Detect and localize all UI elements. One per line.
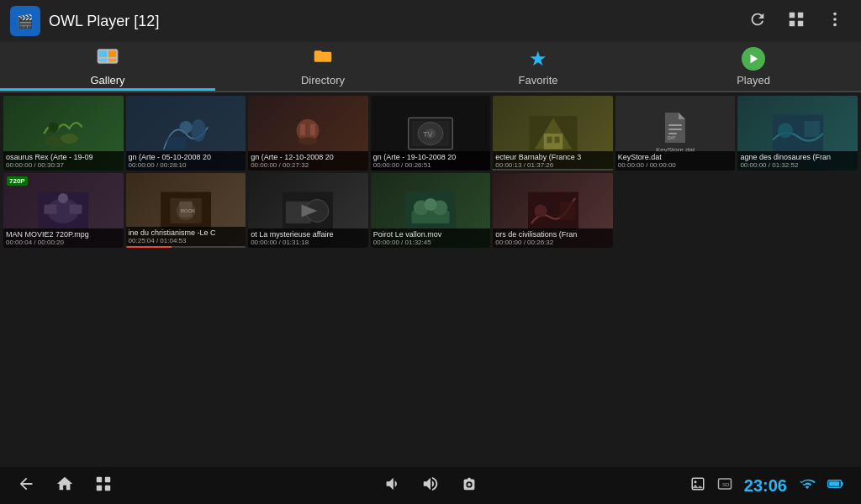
played-tab-label: Played (737, 74, 770, 87)
svg-text:SD: SD (722, 482, 730, 487)
directory-tab-icon (313, 47, 333, 71)
video-card-1[interactable]: osaurus Rex (Arte - 19-09 00:00:00 / 00:… (3, 96, 124, 171)
refresh-button[interactable] (742, 7, 774, 36)
svg-rect-29 (668, 124, 682, 126)
svg-rect-66 (841, 481, 843, 485)
gallery-tab-label: Gallery (90, 74, 124, 87)
svg-rect-16 (300, 123, 305, 135)
svg-point-14 (179, 121, 192, 134)
notification-badge: SD (717, 476, 732, 496)
tab-played[interactable]: Played (646, 42, 861, 91)
svg-rect-5 (108, 50, 116, 56)
image-notification-icon (690, 476, 705, 496)
bottom-bar: SD 23:06 (0, 467, 861, 504)
nav-right: SD 23:06 (478, 476, 844, 496)
video-time-12: 00:00:00 / 00:26:32 (495, 239, 610, 246)
svg-rect-26 (543, 134, 563, 150)
gallery-tab-icon (97, 47, 119, 71)
svg-point-61 (694, 480, 696, 483)
recents-button[interactable] (94, 475, 113, 497)
svg-text:BOOK: BOOK (181, 207, 195, 213)
svg-rect-17 (310, 123, 315, 135)
top-bar: 🎬 OWL Player [12] (0, 0, 861, 42)
svg-rect-4 (99, 50, 107, 56)
video-card-4[interactable]: TV gn (Arte - 19-10-2008 20 00:00:00 / 0… (371, 96, 491, 171)
video-title-4: gn (Arte - 19-10-2008 20 (373, 153, 489, 161)
battery-icon (827, 476, 844, 496)
video-title-12: ors de civilisations (Fran (495, 230, 610, 239)
svg-rect-30 (668, 129, 682, 130)
video-time-4: 00:00:00 / 00:26:51 (373, 161, 489, 169)
svg-rect-27 (547, 136, 552, 143)
video-title-5: ecteur Barnaby (France 3 (495, 153, 610, 161)
video-time-9: 00:25:04 / 01:04:53 (129, 237, 244, 244)
svg-rect-59 (105, 485, 110, 490)
home-button[interactable] (55, 475, 74, 497)
svg-rect-28 (554, 136, 559, 143)
svg-rect-55 (559, 201, 575, 220)
svg-point-39 (58, 193, 68, 203)
video-card-11[interactable]: Poirot Le vallon.mov 00:00:00 / 01:32:45 (371, 173, 491, 248)
video-card-8[interactable]: 720P MAN MOVIE2 720P.mpg 00:00:04 / 00:0… (3, 173, 124, 248)
video-card-7[interactable]: agne des dinosaures (Fran 00:00:00 / 01:… (737, 96, 858, 171)
nav-left (17, 475, 383, 497)
app-title: OWL Player [12] (49, 13, 733, 30)
nav-center (383, 475, 478, 497)
svg-point-12 (191, 118, 206, 141)
svg-rect-56 (97, 476, 102, 481)
screenshot-button[interactable] (460, 475, 478, 497)
video-title-3: gn (Arte - 12-10-2008 20 (251, 153, 366, 161)
svg-rect-7 (108, 58, 116, 61)
tab-favorite[interactable]: ★ Favorite (430, 42, 646, 91)
video-card-6[interactable]: DAT KeyStore.dat KeyStore.dat 00:00:00 /… (615, 96, 736, 171)
video-title-8: MAN MOVIE2 720P.mpg (6, 230, 121, 239)
video-card-2[interactable]: gn (Arte - 05-10-2008 20 00:00:00 / 00:2… (126, 96, 246, 171)
video-card-10[interactable]: ot La mysterieuse affaire 00:00:00 / 01:… (248, 173, 368, 248)
video-title-9: ine du christianisme -Le C (129, 228, 244, 237)
tab-bar: Gallery Directory ★ Favorite Played (0, 42, 861, 92)
favorite-tab-label: Favorite (519, 74, 558, 87)
video-time-6: 00:00:00 / 00:00:00 (618, 161, 733, 169)
video-time-8: 00:00:04 / 00:00:20 (6, 239, 121, 246)
gallery-area: osaurus Rex (Arte - 19-09 00:00:00 / 00:… (0, 92, 861, 467)
svg-point-2 (833, 23, 837, 26)
video-card-9[interactable]: BOOK ine du christianisme -Le C 00:25:04… (126, 173, 246, 248)
vol-down-button[interactable] (383, 475, 401, 497)
svg-rect-58 (97, 485, 102, 490)
svg-rect-6 (99, 58, 107, 61)
badge-720p-8: 720P (7, 176, 28, 186)
video-time-2: 00:00:00 / 00:28:10 (129, 161, 244, 169)
video-card-12[interactable]: ors de civilisations (Fran 00:00:00 / 00… (493, 173, 613, 248)
svg-point-54 (534, 204, 547, 217)
video-time-1: 00:00:00 / 00:30:37 (6, 161, 121, 169)
svg-rect-31 (668, 133, 677, 134)
video-time-3: 00:00:00 / 00:27:32 (251, 161, 366, 169)
svg-text:DAT: DAT (668, 135, 676, 140)
svg-rect-52 (424, 198, 436, 211)
video-card-3[interactable]: gn (Arte - 12-10-2008 20 00:00:00 / 00:2… (248, 96, 368, 171)
video-time-5: 00:00:13 / 01:37:26 (495, 161, 610, 169)
video-time-11: 00:00:00 / 01:32:45 (373, 239, 489, 246)
video-card-5[interactable]: ecteur Barnaby (France 3 00:00:13 / 01:3… (493, 96, 613, 171)
tab-gallery[interactable]: Gallery (0, 42, 215, 91)
svg-point-1 (833, 18, 837, 21)
video-title-1: osaurus Rex (Arte - 19-09 (6, 153, 121, 161)
vol-up-button[interactable] (421, 475, 440, 497)
video-title-6: KeyStore.dat (618, 153, 733, 161)
more-options-button[interactable] (819, 7, 851, 36)
back-button[interactable] (17, 475, 35, 497)
svg-rect-65 (829, 481, 839, 486)
played-tab-icon (742, 47, 765, 71)
svg-rect-57 (105, 476, 110, 481)
video-time-10: 00:00:00 / 01:31:18 (251, 239, 366, 246)
tab-directory[interactable]: Directory (215, 42, 430, 91)
svg-point-34 (778, 123, 793, 138)
app-logo: 🎬 (10, 6, 40, 36)
svg-rect-13 (166, 136, 186, 149)
svg-point-11 (49, 122, 59, 132)
grid-view-button[interactable] (780, 7, 812, 36)
favorite-tab-icon: ★ (529, 47, 547, 71)
video-title-2: gn (Arte - 05-10-2008 20 (129, 153, 244, 161)
svg-point-10 (61, 134, 78, 144)
svg-point-18 (298, 137, 318, 144)
